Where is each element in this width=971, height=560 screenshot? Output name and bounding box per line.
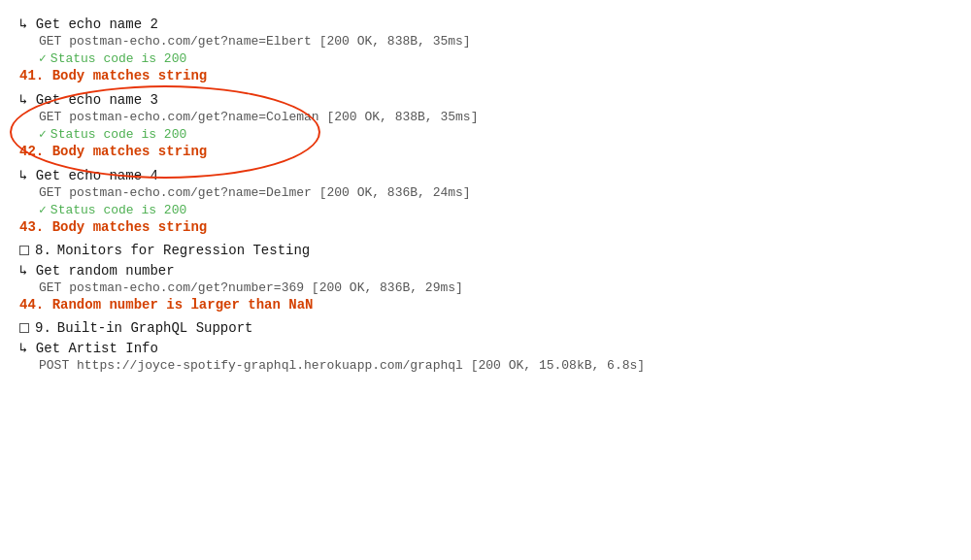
artist-info-section: ↳ Get Artist Info POST https://joyce-spo… [19,340,952,373]
random-number-request: GET postman-echo.com/get?number=369 [200… [39,280,952,295]
echo-name-3-section: ↳ Get echo name 3 GET postman-echo.com/g… [19,91,952,159]
checkbox-icon-9 [19,323,29,333]
graphql-section-header: 9. Built-in GraphQL Support [19,320,952,336]
echo-name-3-request: GET postman-echo.com/get?name=Coleman [2… [39,110,952,124]
echo-name-3-status: ✓ Status code is 200 [39,126,952,142]
checkbox-icon-8 [19,246,29,255]
checkmark-icon-2: ✓ [39,50,47,66]
echo-name-4-section: ↳ Get echo name 4 GET postman-echo.com/g… [19,167,952,235]
echo-name-2-request: GET postman-echo.com/get?name=Elbert [20… [39,34,952,49]
arrow-icon-2: ↳ [19,16,27,32]
echo-name-2-section: ↳ Get echo name 2 GET postman-echo.com/g… [19,16,952,83]
echo-name-4-status: ✓ Status code is 200 [39,202,952,217]
artist-info-request: POST https://joyce-spotify-graphql.herok… [39,358,952,373]
arrow-icon-3: ↳ [19,92,27,108]
echo-name-2-title: ↳ Get echo name 2 [19,16,952,32]
checkmark-icon-4: ✓ [39,202,47,217]
echo-name-2-assertion: 41. Body matches string [19,68,952,83]
echo-name-4-title: ↳ Get echo name 4 [19,167,952,183]
random-number-assertion: 44. Random number is larger than NaN [19,297,952,313]
monitor-section-title: Monitors for Regression Testing [57,243,310,258]
artist-info-title: ↳ Get Artist Info [19,340,952,356]
arrow-icon-artist: ↳ [19,341,27,356]
monitor-section-header: 8. Monitors for Regression Testing [19,243,952,258]
echo-name-4-request: GET postman-echo.com/get?name=Delmer [20… [39,185,952,200]
graphql-section-number: 9. [35,320,51,336]
echo-name-3-title: ↳ Get echo name 3 [19,91,952,108]
random-number-section: ↳ Get random number GET postman-echo.com… [19,262,952,313]
random-number-title: ↳ Get random number [19,262,952,279]
checkmark-icon-3: ✓ [39,126,47,142]
echo-name-3-assertion: 42. Body matches string [19,144,952,159]
echo-name-2-status: ✓ Status code is 200 [39,50,952,66]
arrow-icon-random: ↳ [19,263,27,279]
monitor-section-number: 8. [35,243,51,258]
graphql-section-title: Built-in GraphQL Support [57,320,253,336]
echo-name-4-assertion: 43. Body matches string [19,219,952,235]
arrow-icon-4: ↳ [19,168,27,183]
